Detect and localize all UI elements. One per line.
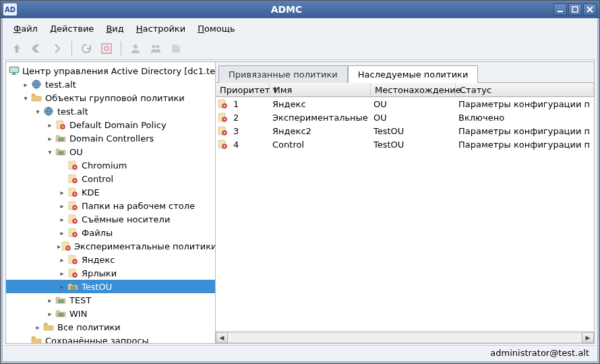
tree-item[interactable]: ▸TestOU	[6, 280, 215, 293]
expand-closed-icon[interactable]: ▸	[33, 324, 42, 331]
col-status[interactable]: Статус	[456, 83, 594, 96]
tab-bound-policies[interactable]: Привязанные политики	[218, 65, 348, 83]
app-logo-icon: AD	[3, 3, 17, 16]
expand-closed-icon[interactable]: ▸	[45, 297, 55, 304]
nav-up-button[interactable]	[8, 40, 26, 57]
tree-item[interactable]: ▸Съёмные носители	[6, 212, 215, 226]
tree-item[interactable]: ▸Папки на рабочем столе	[6, 199, 215, 212]
svg-rect-39	[71, 286, 76, 289]
grid-header: Приоритет▼ Имя Местонахождение Статус	[216, 82, 594, 97]
expand-closed-icon[interactable]: ▸	[57, 256, 67, 264]
expand-open-icon[interactable]: ▾	[45, 148, 55, 156]
statusbar: administrator@test.alt	[4, 345, 596, 360]
horizontal-scrollbar[interactable]: ◀ ▶	[216, 331, 594, 343]
table-row[interactable]: 1ЯндексOUПараметры конфигурации п	[216, 97, 594, 111]
cell-location: TestOU	[369, 140, 454, 150]
nav-back-button[interactable]	[28, 40, 46, 57]
policy-icon	[216, 139, 229, 150]
svg-rect-9	[172, 46, 180, 53]
titlebar: AD ADMC	[1, 1, 599, 18]
tree-item[interactable]: ▾test.alt	[6, 104, 215, 118]
tree-item[interactable]: ▸Экспериментальные политики	[6, 239, 215, 253]
tree-item[interactable]: ▸test.alt	[6, 78, 215, 91]
expand-closed-icon[interactable]: ▸	[45, 121, 55, 129]
tree-item[interactable]: ▸Файлы	[6, 226, 215, 239]
col-priority[interactable]: Приоритет▼	[216, 83, 270, 96]
window-title: ADMC	[21, 4, 552, 15]
scroll-right-button[interactable]: ▶	[582, 332, 594, 343]
target-button[interactable]	[98, 40, 115, 57]
tree-item[interactable]: ▸Все политики	[6, 320, 215, 334]
refresh-button[interactable]	[78, 40, 95, 57]
tree-item[interactable]: ▸Domain Controllers	[6, 131, 215, 145]
policy-icon	[67, 254, 79, 265]
object-button[interactable]	[167, 40, 185, 57]
menu-action[interactable]: Действие	[44, 22, 99, 36]
tree-item[interactable]: Control	[6, 172, 215, 185]
tree-item[interactable]: ▸Default Domain Policy	[6, 118, 215, 131]
tree-item[interactable]: ▸Ярлыки	[6, 266, 215, 280]
svg-rect-1	[572, 7, 578, 12]
tree-item-label: Control	[81, 174, 113, 184]
window-content-frame: Файл Действие Вид Настройки Помощь Центр…	[1, 18, 599, 363]
minimize-button[interactable]	[553, 3, 567, 16]
tree-item[interactable]: ▸Яндекс	[6, 253, 215, 266]
cell-status: Параметры конфигурации п	[454, 140, 594, 150]
expand-closed-icon[interactable]: ▸	[57, 283, 67, 291]
tree-item[interactable]: ▸WIN	[6, 307, 215, 320]
tab-inherited-policies[interactable]: Наследуемые политики	[348, 65, 479, 83]
maximize-button[interactable]	[568, 3, 582, 16]
tree-item-label: Съёмные носители	[81, 214, 170, 224]
table-row[interactable]: 4ControlTestOUПараметры конфигурации п	[216, 138, 594, 151]
folder-icon	[30, 92, 42, 103]
expand-closed-icon[interactable]: ▸	[57, 229, 67, 237]
svg-point-6	[133, 44, 138, 49]
tree-item[interactable]: ▸KDE	[6, 185, 215, 199]
nav-forward-button[interactable]	[49, 40, 66, 57]
menubar: Файл Действие Вид Настройки Помощь	[4, 20, 596, 37]
policy-icon	[67, 160, 79, 171]
menu-view[interactable]: Вид	[100, 22, 129, 36]
tree-item-label: Default Domain Policy	[69, 120, 167, 130]
users-button[interactable]	[147, 40, 164, 57]
cell-location: OU	[369, 99, 454, 109]
table-row[interactable]: 2Экспериментальные ...OUВключено	[216, 111, 594, 124]
col-location[interactable]: Местонахождение	[371, 83, 456, 96]
tree-pane[interactable]: Центр управления Active Directory [dc1.t…	[6, 62, 216, 343]
tree-item[interactable]: Chromium	[6, 158, 215, 172]
tree-item[interactable]: ▸TEST	[6, 293, 215, 307]
expand-closed-icon[interactable]: ▸	[57, 202, 67, 210]
tree-item[interactable]: Центр управления Active Directory [dc1.t…	[6, 64, 215, 78]
tree-item[interactable]: Сохранённые запросы	[6, 334, 215, 343]
user-button[interactable]	[127, 40, 144, 57]
cell-name: Яндекс	[268, 99, 369, 109]
tree-item-label: Domain Controllers	[69, 133, 154, 144]
close-button[interactable]	[583, 3, 597, 16]
cell-status: Параметры конфигурации п	[454, 99, 594, 109]
tree-item[interactable]: ▾Объекты групповой политики	[6, 91, 215, 104]
expand-closed-icon[interactable]: ▸	[57, 270, 67, 277]
expand-closed-icon[interactable]: ▸	[45, 310, 55, 317]
expand-open-icon[interactable]: ▾	[33, 108, 42, 115]
window: AD ADMC Файл Действие Вид Настройки Помо…	[0, 0, 600, 364]
grid-body[interactable]: 1ЯндексOUПараметры конфигурации п2Экспер…	[216, 97, 594, 331]
scroll-track[interactable]	[228, 332, 582, 343]
expand-open-icon[interactable]: ▾	[21, 94, 30, 102]
tree-item[interactable]: ▾OU	[6, 145, 215, 158]
table-row[interactable]: 3Яндекс2TestOUПараметры конфигурации п	[216, 124, 594, 138]
policy-icon	[67, 200, 79, 211]
expand-closed-icon[interactable]: ▸	[21, 81, 30, 88]
menu-help[interactable]: Помощь	[192, 22, 240, 36]
menu-file[interactable]: Файл	[8, 22, 43, 36]
menu-settings[interactable]: Настройки	[131, 22, 191, 36]
cell-status: Параметры конфигурации п	[454, 126, 594, 136]
svg-rect-14	[11, 74, 17, 75]
col-name[interactable]: Имя	[270, 83, 371, 96]
expand-closed-icon[interactable]: ▸	[57, 216, 67, 223]
expand-closed-icon[interactable]: ▸	[57, 189, 67, 196]
expand-closed-icon[interactable]: ▸	[45, 135, 55, 142]
ou-icon	[67, 281, 79, 292]
svg-rect-40	[59, 300, 63, 303]
scroll-left-button[interactable]: ◀	[216, 332, 228, 343]
cell-status: Включено	[454, 113, 594, 123]
